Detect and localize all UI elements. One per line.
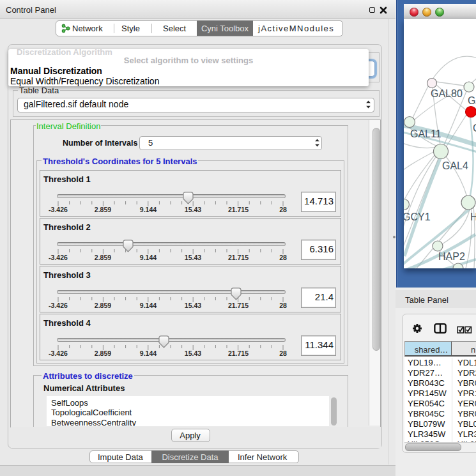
svg-text:GAL80: GAL80 (431, 88, 463, 99)
svg-text:GAL3: GAL3 (468, 95, 476, 106)
svg-text:GAL4: GAL4 (442, 160, 468, 171)
svg-text:GAL11: GAL11 (410, 128, 441, 139)
svg-text:C: C (473, 123, 476, 134)
svg-text:HIS4: HIS4 (470, 211, 476, 222)
svg-text:HAP2: HAP2 (438, 251, 465, 262)
svg-text:GCY1: GCY1 (404, 211, 431, 222)
